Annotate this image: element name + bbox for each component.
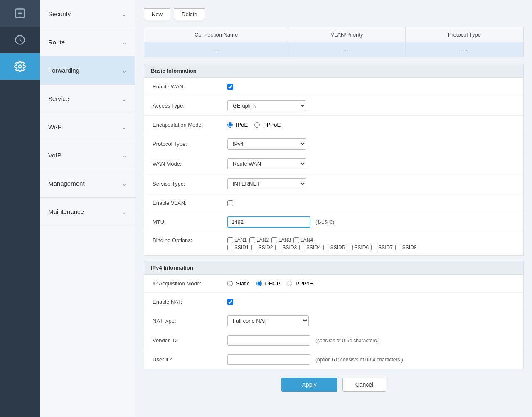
nav-panel: Security ⌄ Route ⌄ Forwarding ⌄ Service … xyxy=(40,0,135,417)
wan-mode-select[interactable]: Route WAN Bridge WAN xyxy=(227,158,306,169)
nat-type-label: NAT type: xyxy=(153,318,227,324)
sidebar-item-forwarding[interactable]: Forwarding ⌄ xyxy=(40,56,135,85)
service-type-row: Service Type: INTERNET TR069 VOIP OTHER xyxy=(144,174,523,194)
lan4-item: LAN4 xyxy=(293,237,313,243)
vendor-id-input[interactable] xyxy=(227,335,310,346)
ssid3-item: SSID3 xyxy=(275,245,297,250)
user-id-label: User ID: xyxy=(153,356,227,363)
svg-point-4 xyxy=(19,65,22,68)
wan-mode-label: WAN Mode: xyxy=(153,161,227,167)
ssid5-checkbox[interactable] xyxy=(323,245,329,250)
cell-vlan: ---- xyxy=(288,42,405,57)
apply-button[interactable]: Apply xyxy=(281,378,337,392)
sidebar-icon-clock[interactable] xyxy=(0,27,40,53)
ssid2-checkbox[interactable] xyxy=(251,245,257,250)
binding-options-label: Binding Options: xyxy=(153,237,227,243)
user-id-control: (option 61; consists of 0-64 characters.… xyxy=(227,354,515,365)
chevron-down-icon: ⌄ xyxy=(122,208,127,215)
sidebar-item-service[interactable]: Service ⌄ xyxy=(40,85,135,113)
footer-buttons: Apply Cancel xyxy=(144,378,524,400)
enable-vlan-row: Enable VLAN: xyxy=(144,194,523,212)
nav-label-maintenance: Maintenance xyxy=(48,208,84,215)
ip-acq-row: IP Acquisition Mode: Static DHCP PPPoE xyxy=(144,275,523,293)
pppoe-radio[interactable] xyxy=(254,122,260,128)
delete-button[interactable]: Delete xyxy=(174,8,205,20)
mtu-input[interactable] xyxy=(227,216,310,228)
vendor-id-hint: (consists of 0-64 characters.) xyxy=(315,338,380,343)
sidebar-item-wifi[interactable]: Wi-Fi ⌄ xyxy=(40,113,135,141)
sidebar-icon-gear[interactable] xyxy=(0,53,40,80)
vendor-id-control: (consists of 0-64 characters.) xyxy=(227,335,515,346)
nat-type-select[interactable]: Full cone NAT Restricted cone NAT Port r… xyxy=(227,315,309,326)
sidebar xyxy=(0,0,40,417)
ssid4-checkbox[interactable] xyxy=(299,245,305,250)
table-row[interactable]: ---- ---- ---- xyxy=(144,42,524,57)
enable-wan-checkbox[interactable] xyxy=(227,84,233,90)
lan3-checkbox[interactable] xyxy=(271,237,277,243)
lan2-item: LAN2 xyxy=(249,237,269,243)
sidebar-item-security[interactable]: Security ⌄ xyxy=(40,0,135,28)
enable-wan-row: Enable WAN: xyxy=(144,78,523,96)
lan3-item: LAN3 xyxy=(271,237,291,243)
sidebar-item-voip[interactable]: VoIP ⌄ xyxy=(40,141,135,169)
dhcp-radio[interactable] xyxy=(256,281,262,286)
access-type-select[interactable]: GE uplink ADSL uplink VDSL uplink xyxy=(227,100,306,111)
lan4-checkbox[interactable] xyxy=(293,237,299,243)
user-id-input[interactable] xyxy=(227,354,310,365)
cell-connection-name: ---- xyxy=(144,42,288,57)
nav-label-service: Service xyxy=(48,95,69,102)
ssid3-checkbox[interactable] xyxy=(275,245,281,250)
static-label: Static xyxy=(236,280,250,287)
col-vlan-priority: VLAN/Priority xyxy=(288,27,405,42)
nat-type-row: NAT type: Full cone NAT Restricted cone … xyxy=(144,311,523,331)
ssid1-item: SSID1 xyxy=(227,245,249,250)
protocol-type-control: IPv4 IPv6 IPv4/IPv6 xyxy=(227,138,515,150)
pppoe-acq-radio[interactable] xyxy=(287,281,292,286)
service-type-label: Service Type: xyxy=(153,181,227,187)
ssid6-checkbox[interactable] xyxy=(347,245,353,250)
nav-label-forwarding: Forwarding xyxy=(48,67,79,74)
ssid7-checkbox[interactable] xyxy=(371,245,377,250)
protocol-type-select[interactable]: IPv4 IPv6 IPv4/IPv6 xyxy=(227,138,306,150)
mtu-hint: (1-1540) xyxy=(315,219,334,225)
col-protocol-type: Protocol Type xyxy=(405,27,523,42)
new-button[interactable]: New xyxy=(144,8,170,20)
basic-info-form: Enable WAN: Access Type: GE uplink ADSL … xyxy=(144,77,524,256)
sidebar-item-route[interactable]: Route ⌄ xyxy=(40,28,135,56)
ipoe-radio[interactable] xyxy=(227,122,233,128)
ssid2-item: SSID2 xyxy=(251,245,273,250)
enable-vlan-label: Enable VLAN: xyxy=(153,200,227,206)
ssid8-checkbox[interactable] xyxy=(395,245,401,250)
chevron-down-icon: ⌄ xyxy=(122,152,127,159)
pppoe-acq-label: PPPoE xyxy=(296,280,313,287)
ssid6-item: SSID6 xyxy=(347,245,369,250)
enable-nat-checkbox[interactable] xyxy=(227,299,233,305)
enable-nat-row: Enable NAT: xyxy=(144,293,523,311)
nav-label-security: Security xyxy=(48,10,71,17)
lan1-item: LAN1 xyxy=(227,237,247,243)
chevron-down-icon: ⌄ xyxy=(122,39,127,46)
service-type-select[interactable]: INTERNET TR069 VOIP OTHER xyxy=(227,178,306,189)
nav-label-management: Management xyxy=(48,180,85,187)
nav-label-wifi: Wi-Fi xyxy=(48,123,63,130)
encapsulation-row: Encapsulation Mode: IPoE PPPoE xyxy=(144,116,523,134)
ssid1-checkbox[interactable] xyxy=(227,245,233,250)
service-type-control: INTERNET TR069 VOIP OTHER xyxy=(227,178,515,189)
nav-label-route: Route xyxy=(48,39,65,46)
enable-wan-label: Enable WAN: xyxy=(153,83,227,90)
encapsulation-control: IPoE PPPoE xyxy=(227,122,515,128)
enable-wan-control xyxy=(227,84,515,90)
mtu-control: (1-1540) xyxy=(227,216,515,228)
sidebar-icon-plus[interactable] xyxy=(0,0,40,27)
cancel-button[interactable]: Cancel xyxy=(342,378,387,392)
sidebar-item-maintenance[interactable]: Maintenance ⌄ xyxy=(40,198,135,226)
ipoe-label: IPoE xyxy=(236,122,248,128)
static-radio[interactable] xyxy=(227,281,233,286)
lan2-checkbox[interactable] xyxy=(249,237,255,243)
sidebar-item-management[interactable]: Management ⌄ xyxy=(40,169,135,198)
col-connection-name: Connection Name xyxy=(144,27,288,42)
ssid5-item: SSID5 xyxy=(323,245,345,250)
chevron-down-icon: ⌄ xyxy=(122,11,127,17)
enable-vlan-checkbox[interactable] xyxy=(227,200,233,206)
lan1-checkbox[interactable] xyxy=(227,237,233,243)
